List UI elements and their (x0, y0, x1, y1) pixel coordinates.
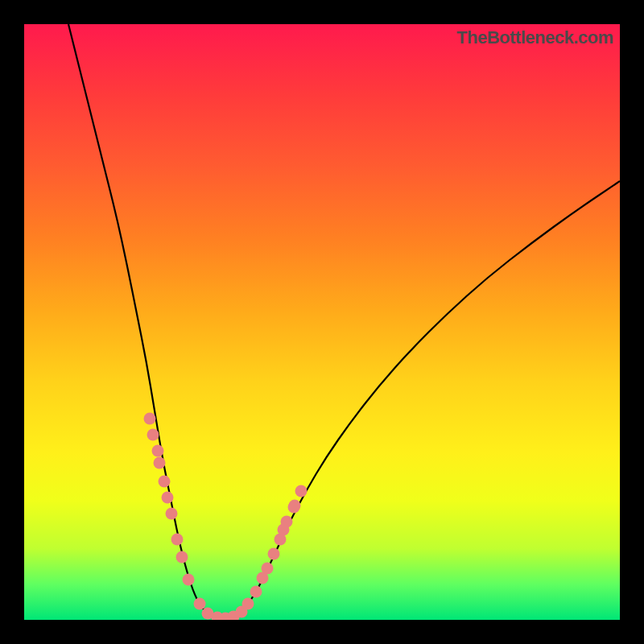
data-dot (166, 508, 178, 520)
data-dot (171, 534, 184, 546)
data-dot (159, 476, 171, 488)
data-dot (262, 563, 274, 575)
data-dot (268, 548, 280, 560)
bottleneck-curve-line (68, 24, 620, 618)
data-dot (242, 598, 254, 610)
data-dot (250, 586, 262, 598)
data-dot (176, 551, 188, 564)
data-dot (281, 516, 293, 528)
data-dot (162, 492, 174, 504)
data-dot (152, 445, 164, 457)
chart-plot-area: TheBottleneck.com (24, 24, 620, 620)
data-dot (194, 598, 206, 610)
data-dot (295, 485, 308, 497)
chart-svg (24, 24, 620, 620)
data-dot (289, 500, 301, 512)
data-dot (144, 413, 156, 425)
data-dot (147, 429, 159, 441)
data-dots-group (144, 413, 308, 621)
data-dot (154, 457, 166, 469)
chart-frame: TheBottleneck.com (0, 0, 644, 644)
data-dot (183, 574, 195, 586)
